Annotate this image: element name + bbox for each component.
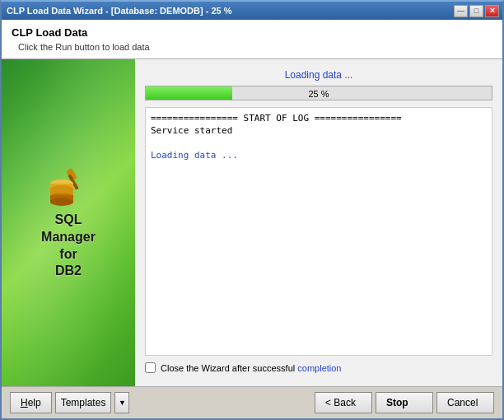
help-label: Help: [21, 397, 41, 408]
log-line: [151, 138, 487, 148]
minimize-button[interactable]: —: [454, 5, 468, 17]
templates-dropdown-button[interactable]: ▼: [114, 392, 129, 413]
window-controls: — □ ✕: [454, 5, 499, 17]
checkbox-area: Close the Wizard after successful comple…: [145, 356, 492, 376]
templates-label: Templates: [61, 397, 106, 408]
sidebar-icon-area: SQL Manager for DB2: [41, 166, 96, 280]
svg-point-6: [50, 198, 73, 206]
maximize-button[interactable]: □: [469, 5, 483, 17]
close-wizard-checkbox[interactable]: [145, 362, 156, 373]
cancel-label: Cancel: [447, 397, 478, 408]
title-bar: CLP Load Data Wizard - [Database: DEMODB…: [2, 2, 502, 20]
log-area: ================ START OF LOG ==========…: [145, 107, 492, 356]
main-window: CLP Load Data Wizard - [Database: DEMODB…: [0, 0, 504, 420]
sidebar-label: SQL Manager for DB2: [41, 212, 96, 280]
header-title: CLP Load Data: [12, 26, 492, 39]
right-panel: Loading data ... 25 % ================ S…: [135, 59, 502, 386]
svg-point-9: [50, 185, 73, 194]
header-subtitle: Click the Run button to load data: [12, 42, 492, 52]
stop-button[interactable]: Stop: [376, 392, 433, 413]
stop-label: Stop: [386, 397, 408, 408]
cancel-button[interactable]: Cancel: [436, 392, 494, 413]
log-line: Service started: [151, 125, 487, 136]
sidebar: SQL Manager for DB2: [2, 59, 135, 386]
help-button[interactable]: Help: [10, 392, 52, 413]
footer: Help Templates ▼ < Back Stop Cancel: [2, 386, 502, 418]
log-line-loading: Loading data ...: [151, 150, 487, 161]
progress-label: 25 %: [146, 86, 492, 100]
sql-manager-icon: [44, 166, 93, 207]
progress-bar-container: 25 %: [145, 86, 492, 100]
log-line: ================ START OF LOG ==========…: [151, 113, 487, 124]
close-button[interactable]: ✕: [485, 5, 499, 17]
main-content: SQL Manager for DB2 Loading data ... 25 …: [2, 59, 502, 386]
back-button[interactable]: < Back: [315, 392, 372, 413]
back-label: < Back: [325, 397, 356, 408]
templates-button[interactable]: Templates: [55, 392, 112, 413]
close-wizard-label: Close the Wizard after successful comple…: [161, 363, 342, 373]
window-title: CLP Load Data Wizard - [Database: DEMODB…: [5, 6, 232, 16]
status-label: Loading data ...: [145, 69, 492, 81]
header-area: CLP Load Data Click the Run button to lo…: [2, 20, 502, 59]
